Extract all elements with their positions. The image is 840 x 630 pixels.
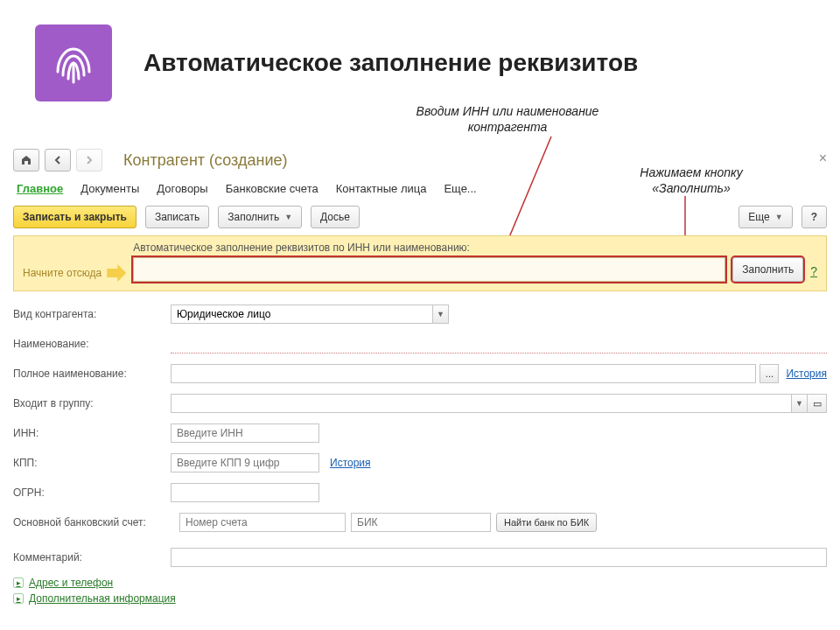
bank-account-label: Основной банковский счет: [13,516,179,528]
expand-icon: ▸ [13,593,24,604]
arrow-right-icon [107,264,126,282]
inn-label: ИНН: [13,427,171,439]
auto-fill-panel: Начните отсюда Автоматическое заполнение… [13,235,827,291]
home-button[interactable] [13,149,39,172]
type-select[interactable] [171,304,433,324]
close-button[interactable]: × [819,150,827,166]
name-label: Наименование: [13,338,171,350]
additional-info-label: Дополнительная информация [29,592,176,605]
fullname-history-link[interactable]: История [786,368,827,380]
arrow-left-icon [53,156,62,164]
forward-button[interactable] [76,149,102,172]
tab-bank-accounts[interactable]: Банковские счета [226,182,318,195]
more-label: Еще [748,211,769,223]
expand-additional-info[interactable]: ▸ Дополнительная информация [13,592,827,605]
chevron-down-icon: ▼ [775,213,783,221]
form-title: Контрагент (создание) [123,151,287,170]
more-button[interactable]: Еще▼ [738,206,792,228]
fullname-ellipsis[interactable]: ... [760,364,779,383]
auto-fill-help-link[interactable]: ? [810,264,817,278]
chevron-down-icon: ▼ [284,213,292,221]
brand-logo [35,24,112,102]
kpp-history-link[interactable]: История [330,457,371,469]
back-button[interactable] [45,149,71,172]
page-title: Автоматическое заполнение реквизитов [144,49,638,77]
annotation-input: Вводим ИНН или наименование контрагента [385,103,630,135]
tab-documents[interactable]: Документы [80,182,139,195]
inn-search-input[interactable] [133,257,725,282]
fingerprint-icon [47,37,100,89]
fill-menu-button[interactable]: Заполнить▼ [218,206,302,228]
save-close-button[interactable]: Записать и закрыть [13,206,136,228]
fullname-input[interactable] [171,364,756,383]
comment-input[interactable] [171,548,827,567]
home-icon [20,154,32,166]
fill-menu-label: Заполнить [228,211,279,223]
fullname-label: Полное наименование: [13,368,171,380]
comment-label: Комментарий: [13,551,171,564]
name-input[interactable] [171,334,827,354]
arrow-right-icon [85,156,94,164]
ogrn-label: ОГРН: [13,486,171,499]
type-label: Вид контрагента: [13,308,171,320]
help-button[interactable]: ? [802,206,827,228]
group-input[interactable] [171,394,792,413]
find-bank-button[interactable]: Найти банк по БИК [496,513,597,532]
expand-address-phone[interactable]: ▸ Адрес и телефон [13,577,827,589]
address-phone-label: Адрес и телефон [29,577,113,589]
inn-input[interactable] [171,424,319,443]
kpp-input[interactable] [171,453,319,472]
start-here-label: Начните отсюда [23,267,102,279]
kpp-label: КПП: [13,457,171,469]
group-picker[interactable]: ▭ [808,394,827,413]
auto-fill-label: Автоматическое заполнение реквизитов по … [133,242,725,254]
tab-main[interactable]: Главное [17,182,63,195]
group-label: Входит в группу: [13,397,171,410]
account-number-input[interactable] [179,513,346,532]
fill-button[interactable]: Заполнить [732,257,803,282]
type-select-caret[interactable]: ▼ [433,304,449,324]
ogrn-input[interactable] [171,483,319,502]
tab-contracts[interactable]: Договоры [157,182,207,195]
save-button[interactable]: Записать [145,206,209,228]
dossier-button[interactable]: Досье [311,206,360,228]
tab-contacts[interactable]: Контактные лица [336,182,427,195]
expand-icon: ▸ [13,578,24,588]
group-caret[interactable]: ▼ [792,394,808,413]
bik-input[interactable] [351,513,491,532]
tab-more[interactable]: Еще... [444,182,476,195]
